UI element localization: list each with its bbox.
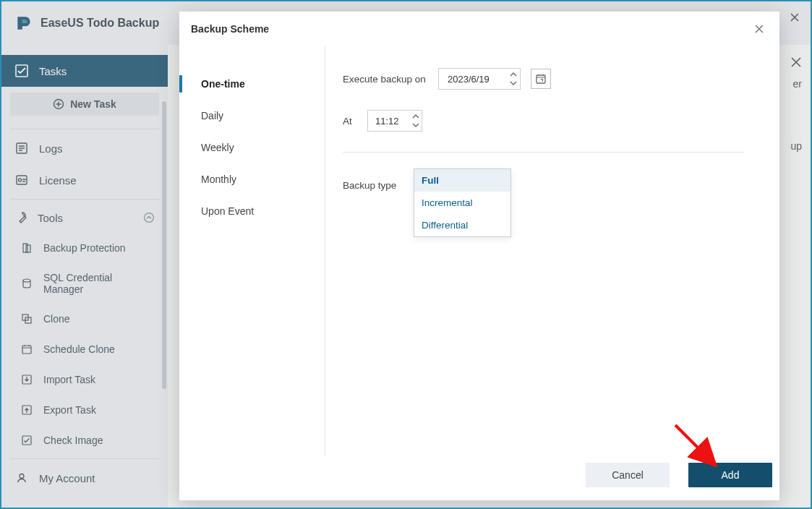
date-value: 2023/6/19 xyxy=(448,74,490,85)
date-input[interactable]: 2023/6/19 xyxy=(438,68,521,90)
dropdown-option-label: Incremental xyxy=(422,197,473,208)
date-spin[interactable] xyxy=(506,69,520,88)
time-spin[interactable] xyxy=(409,111,422,130)
add-button[interactable]: Add xyxy=(688,463,772,487)
scheme-tab-label: Monthly xyxy=(201,174,236,185)
modal-title: Backup Scheme xyxy=(191,23,269,35)
scheme-tab-one-time[interactable]: One-time xyxy=(179,68,325,100)
modal-body: One-time Daily Weekly Monthly Upon Event… xyxy=(179,46,779,455)
scheme-nav: One-time Daily Weekly Monthly Upon Event xyxy=(179,46,325,455)
spin-up-icon[interactable] xyxy=(507,69,520,79)
dropdown-option-full[interactable]: Full xyxy=(414,169,510,192)
backup-scheme-modal: Backup Scheme One-time Daily Weekly Mont… xyxy=(179,12,779,500)
execute-label: Execute backup on xyxy=(343,74,438,85)
dropdown-option-differential[interactable]: Differential xyxy=(414,214,510,236)
row-backup-type: Backup type Full xyxy=(343,174,745,196)
backup-type-label: Backup type xyxy=(343,180,414,191)
row-execute-date: Execute backup on 2023/6/19 xyxy=(343,68,745,90)
scheme-pane: Execute backup on 2023/6/19 At 11:12 xyxy=(325,46,779,455)
dropdown-option-label: Differential xyxy=(422,220,468,231)
spin-down-icon[interactable] xyxy=(410,121,422,130)
modal-close-button[interactable] xyxy=(751,20,768,38)
backup-type-dropdown: Full Incremental Differential xyxy=(414,168,511,237)
scheme-tab-label: Upon Event xyxy=(201,205,254,217)
horizontal-separator xyxy=(343,152,745,153)
calendar-icon xyxy=(535,73,547,85)
scheme-tab-label: Daily xyxy=(201,110,223,121)
scheme-tab-label: One-time xyxy=(201,78,245,90)
row-time: At 11:12 xyxy=(343,110,745,132)
scheme-tab-label: Weekly xyxy=(201,142,234,153)
scheme-tab-monthly[interactable]: Monthly xyxy=(179,163,325,195)
dropdown-option-incremental[interactable]: Incremental xyxy=(414,192,510,214)
button-label: Add xyxy=(722,469,740,481)
dropdown-option-label: Full xyxy=(422,175,439,186)
scheme-tab-daily[interactable]: Daily xyxy=(179,100,325,132)
button-label: Cancel xyxy=(612,469,644,481)
at-label: At xyxy=(343,116,367,127)
active-indicator xyxy=(179,75,182,93)
modal-footer: Cancel Add xyxy=(179,455,779,500)
scheme-tab-weekly[interactable]: Weekly xyxy=(179,132,325,163)
calendar-button[interactable] xyxy=(531,69,551,89)
modal-header: Backup Scheme xyxy=(179,12,779,46)
time-input[interactable]: 11:12 xyxy=(367,110,422,132)
spin-up-icon[interactable] xyxy=(410,111,422,121)
cancel-button[interactable]: Cancel xyxy=(586,463,670,487)
spin-down-icon[interactable] xyxy=(507,79,520,88)
scheme-tab-upon-event[interactable]: Upon Event xyxy=(179,195,325,227)
time-value: 11:12 xyxy=(375,116,399,127)
